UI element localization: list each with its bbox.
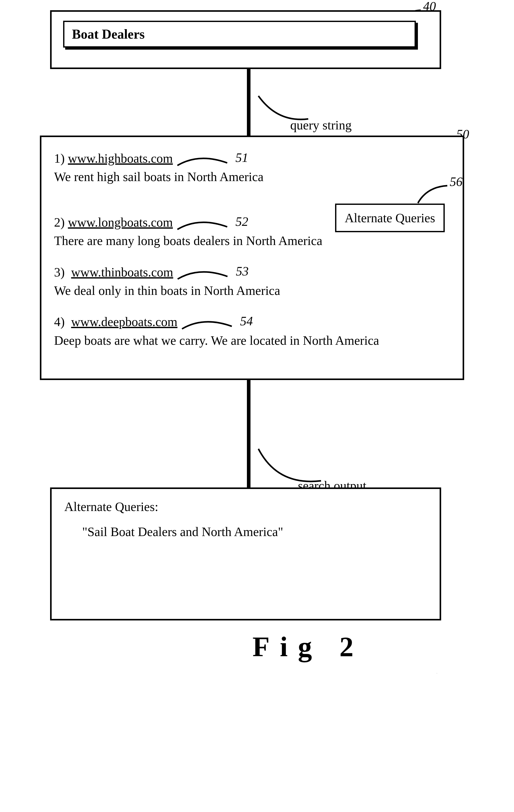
ref-51: 51 [235, 150, 248, 165]
results-panel: 1) www.highboats.com 51 We rent high sai… [40, 136, 464, 380]
alt-title: Alternate Queries: [64, 499, 427, 514]
query-input[interactable]: Boat Dealers [63, 21, 416, 48]
alternate-queries-button[interactable]: Alternate Queries [335, 204, 445, 232]
connector-search [247, 380, 250, 488]
result-index: 2) [54, 215, 65, 229]
figure-label: Fig 2 [129, 631, 487, 663]
ref-53: 53 [236, 264, 249, 278]
result-index: 4) [54, 315, 65, 329]
result-desc: We rent high sail boats in North America [54, 170, 264, 184]
result-link[interactable]: www.deepboats.com [71, 315, 177, 329]
ref-54: 54 [240, 314, 253, 328]
result-desc: There are many long boats dealers in Nor… [54, 233, 323, 248]
connector-query [247, 69, 250, 136]
result-index: 1) [54, 151, 65, 166]
label-query-string: query string [290, 118, 352, 133]
alternate-queries-panel: Alternate Queries: "Sail Boat Dealers an… [50, 488, 441, 620]
result-index: 3) [54, 265, 65, 279]
result-link[interactable]: www.thinboats.com [71, 265, 173, 279]
result-link[interactable]: www.longboats.com [68, 215, 173, 229]
result-item: 1) www.highboats.com 51 We rent high sai… [54, 150, 452, 186]
result-desc: Deep boats are what we carry. We are loc… [54, 333, 379, 348]
query-input-panel: Boat Dealers [50, 10, 441, 69]
result-item: 3) www.thinboats.com 53 We deal only in … [54, 264, 452, 299]
ref-52: 52 [235, 214, 248, 229]
alt-query: "Sail Boat Dealers and North America" [82, 524, 427, 539]
result-desc: We deal only in thin boats in North Amer… [54, 283, 280, 298]
result-item: 4) www.deepboats.com 54 Deep boats are w… [54, 313, 452, 349]
ref-56: 56 [450, 174, 463, 189]
result-link[interactable]: www.highboats.com [68, 151, 173, 166]
